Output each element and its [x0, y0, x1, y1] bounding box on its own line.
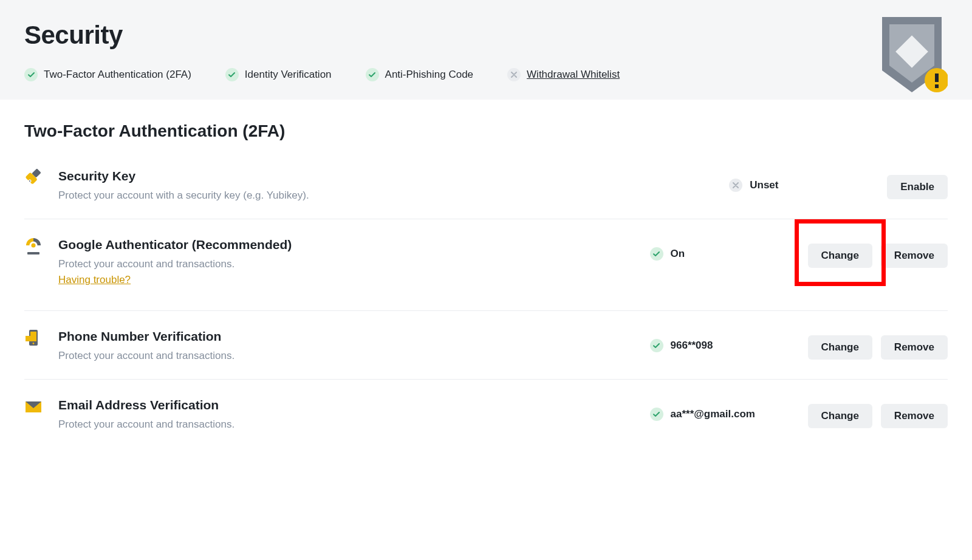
status-label: Two-Factor Authentication (2FA) — [44, 69, 191, 81]
check-icon — [225, 68, 239, 81]
svg-rect-14 — [26, 336, 31, 341]
security-shield-icon — [876, 13, 948, 101]
change-button[interactable]: Change — [808, 335, 872, 360]
item-status: 966**098 — [650, 329, 808, 352]
item-desc: Protect your account and transactions. — [58, 350, 650, 362]
x-icon — [729, 179, 742, 192]
authenticator-icon — [24, 237, 43, 256]
change-button[interactable]: Change — [808, 244, 872, 268]
item-phone-verification: Phone Number Verification Protect your a… — [24, 311, 948, 380]
svg-rect-10 — [27, 252, 39, 254]
check-icon — [650, 339, 663, 352]
phone-icon — [24, 329, 43, 347]
item-title: Google Authenticator (Recommended) — [58, 237, 650, 252]
item-security-key: Security Key Protect your account with a… — [24, 163, 948, 219]
svg-point-9 — [32, 244, 36, 248]
item-title: Phone Number Verification — [58, 329, 650, 344]
status-label: Withdrawal Whitelist — [527, 69, 620, 81]
check-icon — [650, 408, 663, 421]
item-desc: Protect your account with a security key… — [58, 190, 729, 202]
status-text: Unset — [750, 179, 778, 191]
email-icon — [24, 398, 43, 416]
status-anti-phishing: Anti-Phishing Code — [366, 68, 474, 81]
status-identity: Identity Verification — [225, 68, 332, 81]
svg-rect-12 — [30, 332, 36, 341]
status-label: Identity Verification — [245, 69, 332, 81]
item-title: Email Address Verification — [58, 398, 650, 412]
svg-rect-2 — [935, 73, 939, 82]
status-text: aa***@gmail.com — [671, 408, 755, 420]
enable-button[interactable]: Enable — [887, 175, 948, 199]
change-button[interactable]: Change — [808, 404, 872, 428]
item-title: Security Key — [58, 169, 729, 183]
item-google-authenticator: Google Authenticator (Recommended) Prote… — [24, 219, 948, 311]
svg-point-13 — [33, 343, 35, 344]
section-title-2fa: Two-Factor Authentication (2FA) — [24, 121, 948, 141]
security-content: Two-Factor Authentication (2FA) Security… — [0, 100, 972, 448]
remove-button[interactable]: Remove — [881, 244, 948, 268]
check-icon — [24, 68, 38, 81]
svg-point-7 — [29, 180, 30, 182]
item-status: Unset — [729, 169, 887, 192]
item-desc: Protect your account and transactions. — [58, 258, 650, 270]
item-desc: Protect your account and transactions. — [58, 418, 650, 431]
status-2fa: Two-Factor Authentication (2FA) — [24, 68, 191, 81]
security-status-row: Two-Factor Authentication (2FA) Identity… — [24, 68, 948, 81]
status-text: 966**098 — [671, 340, 713, 352]
item-status: On — [650, 237, 808, 261]
page-title: Security — [24, 21, 948, 50]
remove-button[interactable]: Remove — [881, 404, 948, 428]
check-icon — [366, 68, 379, 81]
item-status: aa***@gmail.com — [650, 398, 808, 421]
item-email-verification: Email Address Verification Protect your … — [24, 380, 948, 448]
security-key-icon — [24, 169, 43, 187]
check-icon — [650, 247, 663, 261]
remove-button[interactable]: Remove — [881, 335, 948, 360]
status-withdrawal-whitelist[interactable]: Withdrawal Whitelist — [507, 68, 620, 81]
security-header: Security Two-Factor Authentication (2FA)… — [0, 0, 972, 100]
status-label: Anti-Phishing Code — [385, 69, 474, 81]
x-icon — [507, 68, 521, 81]
status-text: On — [671, 248, 685, 260]
having-trouble-link[interactable]: Having trouble? — [58, 274, 131, 286]
svg-rect-3 — [935, 84, 939, 88]
